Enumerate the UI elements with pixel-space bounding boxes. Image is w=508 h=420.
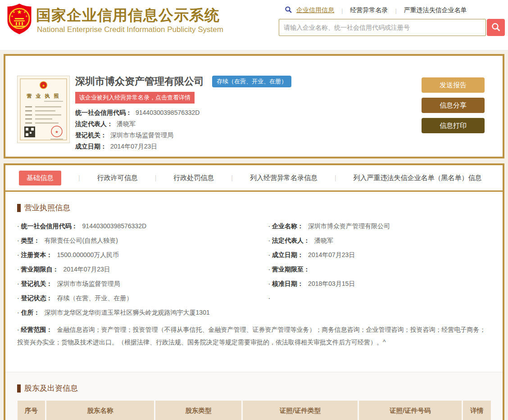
field-business-scope: 经营范围：金融信息咨询；资产管理；投资管理（不得从事信托、金融资产管理、证券资产…: [17, 320, 491, 352]
field-credit-code: 统一社会信用代码：91440300398576332D: [17, 219, 268, 234]
tab-divider: [5, 190, 503, 192]
shareholders-section-title: 股东及出资信息: [17, 372, 491, 393]
col-header-doc-type: 证照/证件类型: [242, 401, 358, 420]
field-establish-date: 成立日期：2014年07月23日: [268, 248, 491, 262]
tab-separator: |: [155, 174, 157, 181]
field-label: 成立日期：: [75, 143, 107, 150]
field-label: 统一社会信用代码：: [75, 109, 132, 116]
svg-text:★: ★: [17, 9, 22, 15]
nav-separator: |: [341, 7, 343, 14]
col-header-index: 序号: [18, 401, 46, 420]
field-label: 法定代表人：: [75, 120, 113, 127]
national-emblem-logo: ★ ★ ★ ★ ★: [5, 3, 33, 35]
field-legal-rep: 法定代表人：潘晓军: [268, 234, 491, 248]
tab-bar: 基础信息 | 行政许可信息 | 行政处罚信息 | 列入经营异常名录信息 | 列入…: [5, 165, 503, 190]
field-registration-authority: 登记机关：深圳市市场监督管理局: [17, 277, 268, 291]
company-name: 深圳市博众资产管理有限公司: [75, 75, 204, 88]
site-title: 国家企业信用信息公示系统: [36, 5, 220, 26]
svg-text:★: ★: [23, 10, 26, 14]
detail-card: 基础信息 | 行政许可信息 | 行政处罚信息 | 列入经营异常名录信息 | 列入…: [4, 163, 504, 420]
field-value: 91440300398576332D: [136, 109, 200, 116]
tab-basic-info[interactable]: 基础信息: [19, 171, 61, 185]
svg-text:★: ★: [11, 15, 13, 18]
license-thumb-title: 营 业 执 照: [26, 93, 60, 99]
tab-separator: |: [335, 174, 336, 181]
col-header-detail: 详情: [462, 401, 490, 420]
field-registered-capital: 注册资本：1500.000000万人民币: [17, 248, 268, 262]
field-empty: [268, 291, 491, 306]
svg-text:★: ★: [13, 10, 15, 14]
nav-separator: |: [395, 7, 396, 14]
tab-abnormal-list[interactable]: 列入经营异常名录信息: [250, 174, 318, 182]
license-section-title: 营业执照信息: [17, 203, 491, 213]
search-icon: [491, 23, 500, 33]
field-value: 潘晓军: [117, 120, 136, 127]
tab-separator: |: [231, 174, 233, 181]
header-nav: 企业信用信息 | 经营异常名录 | 严重违法失信企业名单: [279, 5, 506, 15]
share-info-button[interactable]: 信息分享: [422, 98, 485, 113]
field-approval-date: 核准日期：2018年03月15日: [268, 277, 491, 291]
company-summary-fields: 统一社会信用代码：91440300398576332D 法定代表人：潘晓军 登记…: [75, 107, 422, 152]
header-search-area: 企业信用信息 | 经营异常名录 | 严重违法失信企业名单: [279, 5, 506, 36]
field-value: 2014年07月23日: [110, 143, 157, 150]
table-header-row: 序号 股东名称 股东类型 证照/证件类型 证照/证件号码 详情: [18, 401, 491, 420]
send-report-button[interactable]: 发送报告: [422, 77, 485, 93]
field-address: 住所：深圳市龙华区龙华街道玉翠社区狮头岭龙观路鸿宇大厦1301: [17, 306, 491, 320]
shareholders-section: 股东及出资信息 序号 股东名称 股东类型 证照/证件类型 证照/证件号码 详情: [5, 372, 503, 420]
field-term-to: 营业期限至：: [268, 262, 491, 277]
section-title-bar: [17, 384, 21, 393]
col-header-shareholder-type: 股东类型: [154, 401, 242, 420]
tab-admin-penalty[interactable]: 行政处罚信息: [173, 174, 214, 182]
svg-text:★: ★: [25, 15, 27, 18]
abnormal-warning-banner[interactable]: 该企业被列入经营异常名录，点击查看详情: [75, 92, 195, 104]
summary-row: 成立日期：2014年07月23日: [75, 141, 422, 152]
field-registration-status: 登记状态：存续（在营、开业、在册）: [17, 291, 268, 306]
search-input[interactable]: [279, 19, 486, 36]
col-header-shareholder-name: 股东名称: [46, 401, 155, 420]
company-main-info: 深圳市博众资产管理有限公司 存续（在营、开业、在册） 该企业被列入经营异常名录，…: [75, 75, 422, 157]
summary-row: 登记机关：深圳市市场监督管理局: [75, 130, 422, 141]
page-background: ★ 营 业 执 照 ★ 深圳市博众资产管理有限公司: [0, 50, 508, 420]
status-badge: 存续（在营、开业、在册）: [212, 76, 291, 87]
business-license-image: ★ 营 业 执 照 ★: [17, 76, 70, 143]
svg-text:★: ★: [55, 130, 59, 134]
nav-link-blacklist[interactable]: 严重违法失信企业名单: [404, 6, 467, 14]
shareholders-table: 序号 股东名称 股东类型 证照/证件类型 证照/证件号码 详情 1 潘晓军 自然…: [17, 401, 491, 420]
section-title-bar: [17, 204, 21, 212]
license-fields: 统一社会信用代码：91440300398576332D 企业名称：深圳市博众资产…: [17, 219, 491, 352]
company-action-buttons: 发送报告 信息分享 信息打印: [422, 77, 485, 157]
nav-link-credit-info[interactable]: 企业信用信息: [296, 6, 334, 14]
company-summary-card: ★ 营 业 执 照 ★ 深圳市博众资产管理有限公司: [4, 54, 504, 158]
tab-blacklist[interactable]: 列入严重违法失信企业名单（黑名单）信息: [354, 174, 482, 182]
col-header-doc-number: 证照/证件号码: [358, 401, 462, 420]
site-subtitle: National Enterprise Credit Information P…: [37, 25, 223, 34]
summary-row: 统一社会信用代码：91440300398576332D: [75, 107, 422, 118]
field-label: 登记机关：: [75, 131, 107, 139]
nav-link-abnormal-list[interactable]: 经营异常名录: [350, 6, 388, 14]
field-company-name: 企业名称：深圳市博众资产管理有限公司: [268, 219, 491, 234]
field-term-from: 营业期限自：2014年07月23日: [17, 262, 268, 277]
tab-separator: |: [78, 174, 80, 181]
svg-text:★: ★: [42, 84, 45, 88]
print-info-button[interactable]: 信息打印: [422, 118, 485, 133]
summary-row: 法定代表人：潘晓军: [75, 118, 422, 130]
tab-admin-license[interactable]: 行政许可信息: [97, 174, 138, 182]
site-header: ★ ★ ★ ★ ★ 国家企业信用信息公示系统 National Enterpri…: [0, 0, 508, 50]
search-icon: [285, 6, 292, 14]
field-type: 类型：有限责任公司(自然人独资): [17, 234, 268, 248]
field-value: 深圳市市场监督管理局: [110, 131, 173, 139]
search-button[interactable]: [487, 19, 505, 36]
